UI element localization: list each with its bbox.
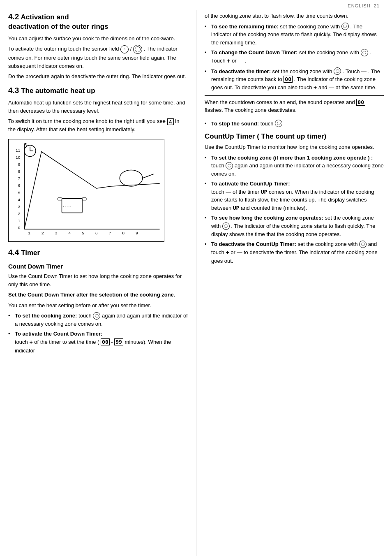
section-44: 4.4 Timer [8,248,188,258]
svg-text:5: 5 [18,190,21,195]
list-item-deactivate-timer: To deactivate the timer: set the cooking… [205,67,384,92]
count-down-bold1: Set the Count Down Timer after the selec… [8,291,188,299]
list-item-activate-countdown: To activate the Count Down Timer: touch … [8,330,188,354]
svg-text:4: 4 [69,231,71,236]
svg-text:11: 11 [16,148,21,153]
countup-p1: Use the CountUp Timer to monitor how lon… [205,143,384,151]
sec43-p2: To switch it on turn the cooking zone kn… [8,117,188,133]
sensor-icon-outer [133,45,142,54]
page: ENGLISH 21 4.2 Activation anddeactivatio… [0,0,392,556]
svg-text:9: 9 [136,231,138,236]
svg-text:5: 5 [82,231,84,236]
right-intro: of the cooking zone start to flash slow,… [205,12,384,20]
a-icon: A [167,118,174,125]
count-down-section: Count Down Timer Use the Count Down Time… [8,263,188,354]
clock-icon-6: ◯ [226,162,233,169]
sec42-p3: Do the procedure again to deactivate the… [8,72,188,81]
language-label: ENGLISH [348,3,370,8]
svg-point-27 [120,170,143,187]
clock-icon-1: ◯ [93,312,100,320]
top-bar: ENGLISH 21 [0,0,392,10]
count-down-p2: You can set the heat setting before or a… [8,301,188,310]
svg-line-28 [143,174,154,178]
svg-rect-24 [58,198,62,200]
countup-title: CountUp Timer ( The count up timer) [205,132,384,141]
svg-text:3: 3 [55,231,58,236]
clock-icon-7: ◯ [222,222,230,230]
list-item-remaining-time: To see the remaining time: set the cooki… [205,23,384,47]
flash-icon: 00 [356,99,365,106]
list-item-stop-sound: To stop the sound: touch ◯ [205,120,384,128]
section-42: 4.2 Activation anddeactivation of the ou… [8,12,188,81]
svg-text:7: 7 [109,231,111,236]
sec43-p1: Automatic heat up function sets the high… [8,99,188,115]
left-column: 4.2 Activation anddeactivation of the ou… [8,10,196,556]
svg-text:8: 8 [18,169,21,174]
clock-icon-2: ◯ [341,23,349,30]
stop-sound-list: To stop the sound: touch ◯ [205,120,384,128]
countup-list: To set the cooking zone (if more than 1 … [205,154,384,265]
clock-icon-5: ◯ [275,120,282,127]
svg-text:9: 9 [18,162,21,167]
automatic-heat-chart: 0 1 2 3 4 5 6 7 8 9 10 11 1 2 [8,139,164,242]
svg-text:1: 1 [28,231,30,236]
count-down-title: Count Down Timer [8,263,188,270]
svg-text:6: 6 [18,183,21,188]
page-number: 21 [374,3,380,8]
section-44-title: 4.4 Timer [8,248,188,258]
countup-section: CountUp Timer ( The count up timer) Use … [205,132,384,265]
svg-text:7: 7 [18,176,21,181]
list-item-see-how-long: To see how long the cooking zone operate… [205,214,384,238]
plus-icon-3: + [314,84,317,91]
svg-text:1: 1 [18,219,21,223]
chart-svg: 0 1 2 3 4 5 6 7 8 9 10 11 1 2 [9,139,164,241]
sec42-p2: To activate the outer ring touch the sen… [8,45,188,70]
right-column: of the cooking zone start to flash slow,… [196,10,384,556]
svg-text:6: 6 [95,231,98,236]
svg-text:2: 2 [18,211,21,216]
section-43: 4.3 The automatic heat up Automatic heat… [8,86,188,242]
note-box: When the countdown comes to an end, the … [205,95,384,117]
svg-text:10: 10 [16,155,21,160]
list-item-set-zone-countup: To set the cooking zone (if more than 1 … [205,154,384,178]
list-item-change-timer: To change the Count Down Timer: set the … [205,49,384,65]
double-zero-icon: 00 [101,338,110,345]
svg-rect-25 [82,198,86,200]
clock-icon-3: ◯ [361,49,368,56]
list-item-set-zone: To set the cooking zone: touch ◯ again a… [8,312,188,328]
list-item-activate-countup: To activate the CountUp Timer: touch — o… [205,180,384,212]
content-area: 4.2 Activation anddeactivation of the ou… [0,10,392,556]
svg-text:0: 0 [18,226,21,230]
count-down-p1: Use the Count Down Timer to set how long… [8,272,188,288]
section-43-title: 4.3 The automatic heat up [8,86,188,96]
up-icon-2: UP [233,205,240,211]
sec42-p1: You can adjust the surface you cook to t… [8,35,188,43]
svg-text:3: 3 [18,204,21,209]
plus-icon-2: + [227,58,230,64]
sensor-icon-inner: ○ [120,45,129,53]
clock-icon-8: ◯ [359,241,367,248]
double-zero-icon-2: 00 [284,76,293,83]
svg-text:· · · · ·: · · · · · [63,205,71,208]
up-icon: UP [261,189,267,195]
plus-icon-1: + [29,339,32,345]
section-42-title: 4.2 Activation anddeactivation of the ou… [8,12,188,31]
right-bullets: To see the remaining time: set the cooki… [205,23,384,92]
clock-icon-4: ◯ [334,67,341,75]
list-item-deactivate-countup: To deactivate the CountUp Timer: set the… [205,240,384,265]
count-down-list: To set the cooking zone: touch ◯ again a… [8,312,188,354]
plus-icon-4: + [226,249,229,256]
svg-text:4: 4 [18,197,21,202]
svg-text:2: 2 [42,231,44,236]
svg-text:8: 8 [122,231,125,236]
double-nine-icon: 99 [114,338,123,345]
